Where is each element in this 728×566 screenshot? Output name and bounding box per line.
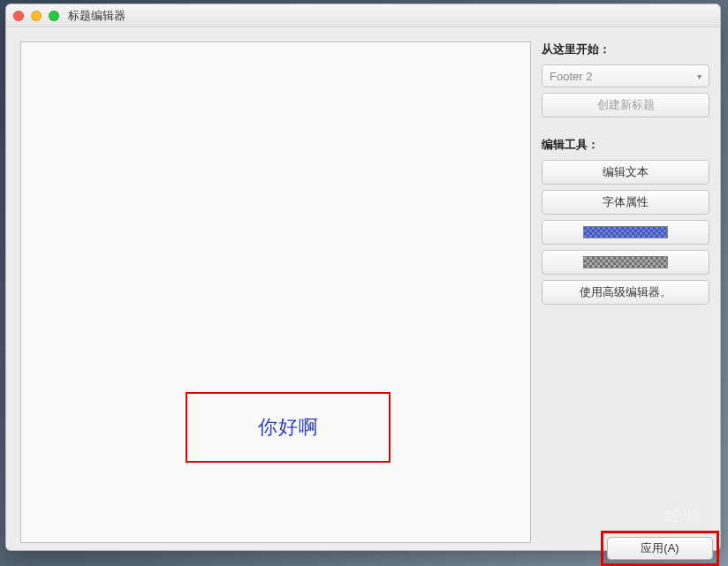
annotation-box: 你好啊 [186,392,391,463]
advanced-editor-button[interactable]: 使用高级编辑器。 [542,280,709,305]
footer-bar: 应用(A) [5,531,728,566]
title-template-select[interactable]: Footer 2 ▾ [542,64,709,87]
annotation-box-apply: 应用(A) [601,531,719,566]
sample-text[interactable]: 你好啊 [258,414,319,441]
editor-canvas[interactable]: 你好啊 [20,42,531,543]
window-controls [13,11,59,21]
minimize-window-button[interactable] [31,11,42,21]
create-new-title-button[interactable]: 创建新标题 [542,93,709,117]
color-swatch-foreground [583,226,668,238]
zoom-window-button[interactable] [49,11,59,21]
background-color-button[interactable] [542,250,709,275]
close-window-button[interactable] [13,11,24,21]
font-properties-button[interactable]: 字体属性 [542,190,709,215]
side-panel: 从这里开始： Footer 2 ▾ 创建新标题 编辑工具： 编辑文本 字体属性 [542,42,709,543]
apply-button[interactable]: 应用(A) [607,537,713,560]
edit-tools-label: 编辑工具： [542,137,709,153]
titlebar: 标题编辑器 [6,4,720,27]
window-title: 标题编辑器 [68,8,125,24]
edit-text-button[interactable]: 编辑文本 [542,160,709,185]
foreground-color-button[interactable] [542,220,709,245]
start-here-label: 从这里开始： [542,42,709,57]
content-area: 你好啊 从这里开始： Footer 2 ▾ 创建新标题 编辑工具： 编辑文本 字… [6,27,720,550]
select-value: Footer 2 [550,70,592,83]
title-editor-window: 标题编辑器 你好啊 从这里开始： Footer 2 ▾ 创建新标题 编辑工具： … [5,4,721,551]
color-swatch-background [583,256,668,268]
chevron-down-icon: ▾ [697,72,701,81]
